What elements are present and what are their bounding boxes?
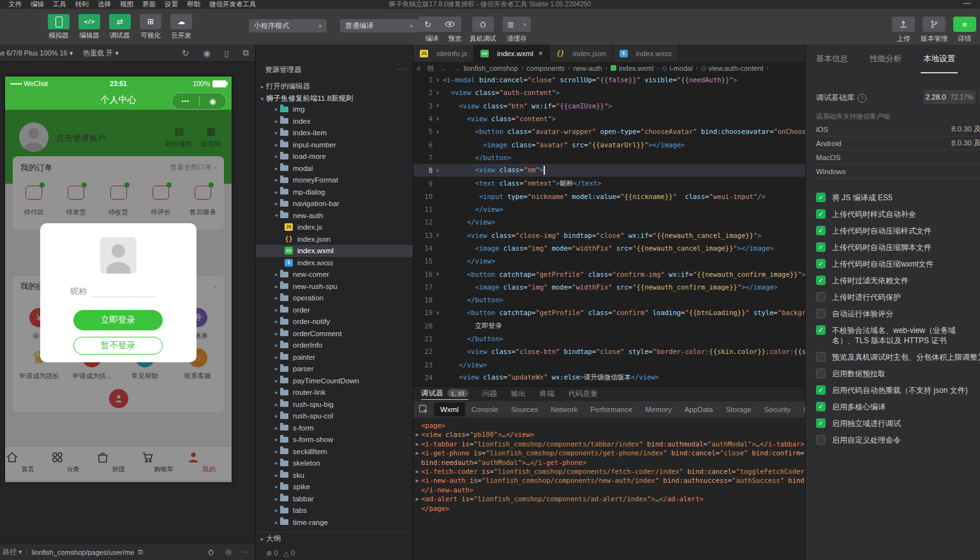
setting-option-0[interactable]: ✓将 JS 编译成 ES5 [816,193,977,203]
tree-item-seckillItem[interactable]: ▸seckillItem [256,446,413,458]
checkbox[interactable]: ✓ [816,325,826,335]
tree-item-moneyFormat[interactable]: ▸moneyFormat [256,174,413,186]
tree-item-s-form-show[interactable]: ▸s-form-show [256,434,413,446]
devtools-tab-Wxml[interactable]: Wxml [434,402,465,416]
settings-tab-基本信息[interactable]: 基本信息 [816,54,848,73]
close-target-icon[interactable]: ◉ [200,97,226,106]
outline-section[interactable]: ▸大纲 [256,532,413,545]
detail-label[interactable]: 详情 [946,34,980,43]
tree-item-rush-spu-big[interactable]: ▸rush-spu-big [256,399,413,411]
checkbox[interactable] [816,435,826,445]
breadcrumb-components[interactable]: components [526,64,565,72]
devtools-tab-Sources[interactable]: Sources [505,402,544,416]
editor-tab-siteinfo.js[interactable]: JSsiteinfo.js [413,45,474,62]
wxml-node-8[interactable]: ▶<ad-alert is="lionfish_comshop/componen… [413,495,805,504]
editor-tab-index.wxss[interactable]: Sindex.wxss [613,45,679,62]
login-now-button[interactable]: 立即登录 [73,310,163,330]
menu-item-转到[interactable]: 转到 [71,0,93,9]
tool-swap[interactable]: ⇄调试器 [105,14,135,40]
breadcrumb-index.wxml[interactable]: index.wxml [611,64,653,72]
menu-item-帮助[interactable]: 帮助 [182,0,205,9]
editor-tab-index.wxml[interactable]: <>index.wxml× [474,45,550,62]
breadcrumb-i-modal[interactable]: ◇i-modal [662,64,693,72]
remote-debug-label[interactable]: 真机调试 [464,34,502,43]
compile-mode-dropdown[interactable]: 普通编译▾ [340,19,418,33]
tree-item-spike[interactable]: ▸spike [256,481,413,493]
tree-item-index[interactable]: ▸index [256,115,413,128]
debug-tab-代码质量[interactable]: 代码质量 [568,389,598,399]
remote-debug-button[interactable] [472,17,494,32]
wxml-node-7[interactable]: </i-new-auth> [413,486,805,495]
menu-item-视图[interactable]: 视图 [115,0,138,9]
wxml-node-2[interactable]: ▶<i-tabbar is="lionfish_comshop/componen… [413,440,805,449]
devtools-tab-Performance[interactable]: Performance [584,402,639,416]
minimize-button[interactable]: — [963,0,971,8]
tree-item-new-rush-spu[interactable]: ▸new-rush-spu [256,281,413,293]
setting-option-4[interactable]: ✓上传代码时自动压缩wxml文件 [816,259,977,269]
devtools-tab-Storage[interactable]: Storage [719,402,757,416]
tree-item-time-range[interactable]: ▸time-range [256,517,413,529]
tool-cloud[interactable]: ☁云开发 [166,14,197,40]
tree-item-payTimeCountDown[interactable]: ▸payTimeCountDown [256,375,413,387]
wxml-node-9[interactable]: </page> [413,505,805,513]
setting-option-8[interactable]: ✓不校验合法域名、web-view（业务域名）、TLS 版本以及 HTTPS 证… [816,325,977,346]
more-actions-icon[interactable]: ··· [397,65,407,75]
clear-cache-label[interactable]: 清缓存 [498,34,536,43]
tree-item-navigation-bar[interactable]: ▸navigation-bar [256,198,413,210]
tree-item-index.wxss[interactable]: Sindex.wxss [256,257,413,269]
settings-tab-性能分析[interactable]: 性能分析 [870,54,902,73]
capsule-button[interactable]: ••• ◉ [172,92,226,110]
list-icon[interactable]: ≡ [417,64,420,72]
checkbox[interactable]: ✓ [816,242,826,252]
device-selector[interactable]: iPhone 6/7/8 Plus 100% 16 ▾ [0,49,73,57]
menu-item-编辑[interactable]: 编辑 [26,0,48,9]
menu-item-工具[interactable]: 工具 [48,0,71,9]
setting-option-7[interactable]: 自动运行体验评分 [816,309,977,319]
setting-option-6[interactable]: 上传时进行代码保护 [816,292,977,302]
preview-eye-icon[interactable] [445,20,455,28]
checkbox[interactable]: ✓ [816,209,826,219]
checkbox[interactable]: ✓ [816,402,826,411]
devtools-tab-Console[interactable]: Console [465,402,505,416]
tree-item-sku[interactable]: ▸sku [256,469,413,482]
tree-item-router-link[interactable]: ▸router-link [256,387,413,399]
devtools-tab-Security[interactable]: Security [758,402,798,416]
tree-item-index.js[interactable]: JSindex.js [256,221,413,233]
nickname-input[interactable] [91,297,156,297]
wxml-node-0[interactable]: <page> [413,422,805,431]
checkbox[interactable] [816,309,826,318]
devtools-tab-Network[interactable]: Network [544,402,584,416]
debug-tab-调试器[interactable]: 调试器1, 33 [421,388,468,400]
checkbox[interactable] [816,369,826,378]
setting-option-14[interactable]: 启用自定义处理命令 [816,435,977,445]
tree-item-orderComment[interactable]: ▸orderComment [256,328,413,340]
path-mode-dropdown[interactable]: 路径 ▾ [3,547,22,557]
more-icon[interactable]: ⋯ [242,548,249,556]
devtools-tab-Memory[interactable]: Memory [639,402,678,416]
setting-option-13[interactable]: ✓启用独立域进行调试 [816,418,977,429]
checkbox[interactable] [816,292,826,302]
menu-item-设置[interactable]: 设置 [160,0,182,9]
refresh-icon[interactable]: ↻ [182,48,189,58]
checkbox[interactable]: ✓ [816,385,826,395]
bookmark-icon[interactable]: ▤ [427,64,433,72]
tree-item-operation[interactable]: ▸operation [256,292,413,304]
close-icon[interactable]: × [538,49,543,58]
setting-option-3[interactable]: ✓上传代码时自动压缩脚本文件 [816,242,977,253]
checkbox[interactable]: ✓ [816,418,826,428]
tree-item-mp-dialog[interactable]: ▸mp-dialog [256,186,413,198]
settings-tab-本地设置[interactable]: 本地设置 [923,54,955,73]
compile-refresh-icon[interactable]: ↻ [424,20,431,29]
tree-item-modal[interactable]: ▸modal [256,163,413,175]
setting-option-2[interactable]: ✓上传代码时自动压缩样式文件 [816,226,977,236]
menu-item-界面[interactable]: 界面 [138,0,160,9]
tree-item-painter[interactable]: ▸painter [256,351,413,364]
devtools-tab-AppData[interactable]: AppData [678,402,720,416]
wxml-inspector[interactable]: <page>▶<view class="pb100">…</view>▶<i-t… [413,418,805,560]
tool-phone[interactable]: 模拟器 [43,14,74,40]
breadcrumb-view.auth-content[interactable]: ◇view.auth-content [701,64,763,72]
help-icon[interactable]: ? [858,94,866,103]
breadcrumb-new-auth[interactable]: new-auth [573,64,602,72]
checkbox[interactable]: ✓ [816,226,826,235]
setting-option-11[interactable]: ✓启用代码自动热重载（不支持 json 文件) [816,385,977,395]
